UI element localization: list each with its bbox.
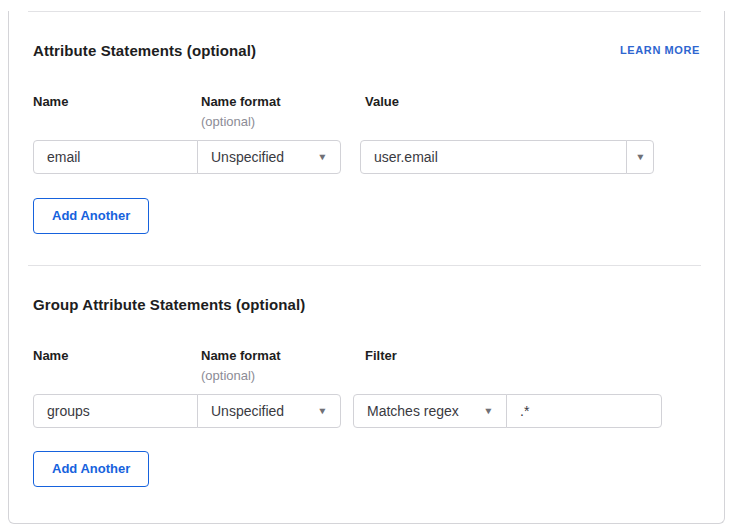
attribute-statements-header: Attribute Statements (optional) LEARN MO…: [33, 41, 700, 59]
group-name-format-select[interactable]: Unspecified ▼: [197, 394, 341, 428]
section-divider: [28, 11, 701, 12]
attribute-statements-title: Attribute Statements (optional): [33, 42, 256, 59]
group-filter-type-select[interactable]: Matches regex ▼: [353, 394, 507, 428]
group-filter-type-value: Matches regex: [367, 403, 459, 419]
attribute-value-input[interactable]: [360, 140, 627, 174]
group-name-format-column-label: Name format (optional): [201, 346, 365, 386]
attribute-name-format-select[interactable]: Unspecified ▼: [197, 140, 341, 174]
attribute-name-input[interactable]: [33, 140, 198, 174]
group-name-input[interactable]: [33, 394, 198, 428]
attribute-name-format-value: Unspecified: [211, 149, 284, 165]
add-another-group-attribute-button[interactable]: Add Another: [33, 451, 149, 487]
section-divider: [28, 265, 701, 266]
group-attribute-statements-title: Group Attribute Statements (optional): [33, 296, 305, 313]
group-name-column-label: Name: [33, 346, 201, 366]
add-another-attribute-button[interactable]: Add Another: [33, 198, 149, 234]
group-name-format-value: Unspecified: [211, 403, 284, 419]
group-name-format-optional-note: (optional): [201, 366, 365, 386]
group-attribute-statement-row: Unspecified ▼ Matches regex ▼: [33, 394, 700, 428]
attribute-column-labels: Name Name format (optional) Value: [33, 92, 700, 132]
group-attribute-statements-header: Group Attribute Statements (optional): [33, 295, 700, 313]
chevron-down-icon: ▼: [635, 153, 645, 162]
name-format-optional-note: (optional): [201, 112, 365, 132]
settings-card: Attribute Statements (optional) LEARN MO…: [8, 11, 725, 524]
group-name-format-label-text: Name format: [201, 348, 280, 363]
attribute-statement-row: Unspecified ▼ ▼: [33, 140, 700, 174]
attribute-value-dropdown-button[interactable]: ▼: [626, 140, 654, 174]
group-filter-value-input[interactable]: [506, 394, 662, 428]
learn-more-link[interactable]: LEARN MORE: [620, 44, 700, 56]
value-column-label: Value: [365, 92, 399, 112]
name-column-label: Name: [33, 92, 201, 112]
name-format-label-text: Name format: [201, 94, 280, 109]
chevron-down-icon: ▼: [483, 407, 493, 416]
chevron-down-icon: ▼: [317, 153, 327, 162]
chevron-down-icon: ▼: [317, 407, 327, 416]
filter-column-label: Filter: [365, 346, 397, 366]
group-column-labels: Name Name format (optional) Filter: [33, 346, 700, 386]
name-format-column-label: Name format (optional): [201, 92, 365, 132]
